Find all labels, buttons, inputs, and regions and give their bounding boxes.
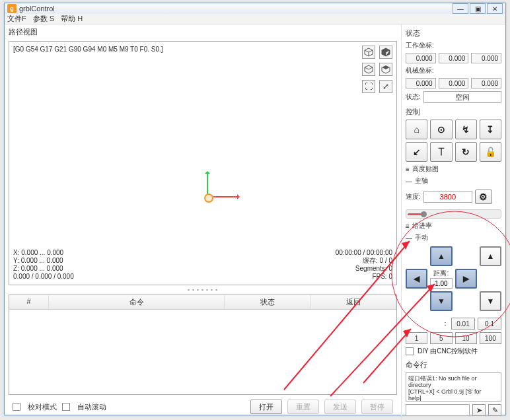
autoscroll-label: 自动滚动: [77, 402, 106, 412]
state-value: 空闲: [423, 91, 501, 103]
status-section-label: 状态: [406, 28, 501, 38]
col-command[interactable]: 命令: [49, 295, 225, 309]
menu-params[interactable]: 参数 S: [33, 14, 54, 24]
cmd-label: 命令行: [406, 360, 501, 370]
safe-z-button[interactable]: ⟙: [430, 142, 452, 162]
preset-1[interactable]: 1: [406, 332, 427, 344]
menu-help[interactable]: 帮助 H: [61, 14, 83, 24]
heightmap-label[interactable]: 高度贴图: [412, 164, 439, 174]
send-button[interactable]: 发送: [324, 400, 356, 414]
probe-button[interactable]: ⊙: [430, 120, 452, 139]
mach-z: 0.000: [471, 78, 501, 88]
jog-z-minus[interactable]: ▼: [480, 291, 501, 311]
view-expand-button[interactable]: ⤢: [379, 80, 392, 93]
diy-checkbox[interactable]: [406, 347, 414, 355]
preset-label: ：: [442, 319, 449, 328]
preset-0.1[interactable]: 0.1: [478, 318, 501, 330]
work-y: 0.000: [439, 53, 469, 63]
mach-coord-label: 机械坐标:: [406, 66, 501, 75]
state-label: 状态:: [406, 92, 421, 102]
view-stats-left: X: 0.000 ... 0.000 Y: 0.000 ... 0.000 Z:…: [13, 249, 74, 281]
mach-x: 0.000: [406, 78, 436, 88]
menu-file[interactable]: 文件F: [7, 14, 26, 24]
view-iso-button[interactable]: [362, 46, 375, 59]
zero-z-button[interactable]: ↧: [480, 120, 501, 139]
work-coord-label: 工作坐标:: [406, 41, 501, 50]
command-input[interactable]: [406, 404, 470, 416]
restore-button[interactable]: ↙: [406, 142, 427, 162]
view-label: 路径视图: [9, 27, 397, 37]
col-state[interactable]: 状态: [225, 295, 310, 309]
view-front-button[interactable]: [362, 63, 375, 76]
preset-100[interactable]: 100: [480, 332, 501, 344]
jog-x-minus[interactable]: ◀: [406, 269, 427, 289]
open-button[interactable]: 打开: [250, 400, 282, 414]
close-button[interactable]: ✕: [487, 3, 503, 14]
unlock-button[interactable]: 🔓: [480, 142, 501, 162]
jog-label: 手动: [415, 233, 428, 242]
view-side-button[interactable]: [379, 63, 392, 76]
view-stats-right: 00:00:00 / 00:00:00 缓存: 0 / 0 Segments: …: [336, 249, 392, 281]
checkmode-label: 校对模式: [28, 402, 57, 412]
reset-grbl-button[interactable]: ↻: [455, 142, 477, 162]
col-index[interactable]: #: [9, 295, 49, 309]
reset-button[interactable]: 重置: [287, 400, 319, 414]
jog-y-minus[interactable]: ▼: [430, 291, 452, 311]
app-window: g grblControl — ▣ ✕ 文件F 参数 S 帮助 H 路径视图 […: [4, 3, 506, 415]
feedrate-label[interactable]: 给进率: [412, 221, 432, 230]
origin-icon: [204, 193, 213, 203]
console[interactable]: 端口错误1: No such file or directory [CTRL+X…: [406, 372, 501, 402]
home-button[interactable]: ⌂: [406, 120, 427, 139]
gcode-status: [G0 G54 G17 G21 G90 G94 M0 M5 M9 T0 F0. …: [13, 46, 163, 53]
mach-y: 0.000: [439, 78, 469, 88]
jog-distance-input[interactable]: [430, 278, 452, 289]
col-return[interactable]: 返回: [310, 295, 396, 309]
spindle-toggle-button[interactable]: ⚙: [475, 190, 492, 204]
app-title: grblControl: [19, 5, 55, 13]
jog-y-plus[interactable]: ▲: [430, 246, 452, 266]
pause-button[interactable]: 暂停: [361, 400, 393, 414]
preset-10[interactable]: 10: [455, 332, 477, 344]
path-view[interactable]: [G0 G54 G17 G21 G90 G94 M0 M5 M9 T0 F0. …: [9, 41, 397, 285]
spindle-label: 主轴: [415, 176, 428, 186]
checkmode-checkbox[interactable]: [13, 403, 20, 411]
axis-y-icon: [207, 172, 208, 195]
autoscroll-checkbox[interactable]: [62, 403, 70, 411]
minimize-button[interactable]: —: [453, 3, 468, 14]
zero-xy-button[interactable]: ↯: [455, 120, 477, 139]
speed-label: 速度:: [406, 192, 421, 201]
menubar: 文件F 参数 S 帮助 H: [5, 14, 505, 24]
gcode-table[interactable]: # 命令 状态 返回: [9, 295, 397, 395]
jog-x-plus[interactable]: ▶: [455, 269, 477, 289]
diy-label: DIY 由CNC控制软件: [418, 347, 478, 356]
axis-x-icon: [213, 196, 238, 197]
jog-distance: 距离:: [430, 269, 452, 289]
app-icon: g: [7, 4, 17, 13]
view-fit-button[interactable]: ⛶: [362, 80, 375, 93]
work-z: 0.000: [471, 53, 501, 63]
clear-cmd-button[interactable]: ✎: [488, 404, 501, 416]
view-iso2-button[interactable]: [379, 46, 392, 59]
preset-5[interactable]: 5: [430, 332, 452, 344]
spindle-speed[interactable]: 3800: [423, 191, 472, 203]
preset-0.01[interactable]: 0.01: [451, 318, 475, 330]
maximize-button[interactable]: ▣: [470, 3, 486, 14]
bottom-bar: 校对模式 自动滚动 打开 重置 发送 暂停: [9, 398, 397, 416]
work-x: 0.000: [406, 53, 436, 63]
control-section-label: 控制: [406, 107, 501, 117]
titlebar: g grblControl — ▣ ✕: [5, 3, 505, 14]
send-cmd-button[interactable]: ➤: [472, 404, 486, 416]
splitter[interactable]: ∘∘∘∘∘∘∘: [9, 288, 397, 292]
jog-z-plus[interactable]: ▲: [480, 246, 501, 266]
spindle-slider[interactable]: [406, 209, 501, 219]
